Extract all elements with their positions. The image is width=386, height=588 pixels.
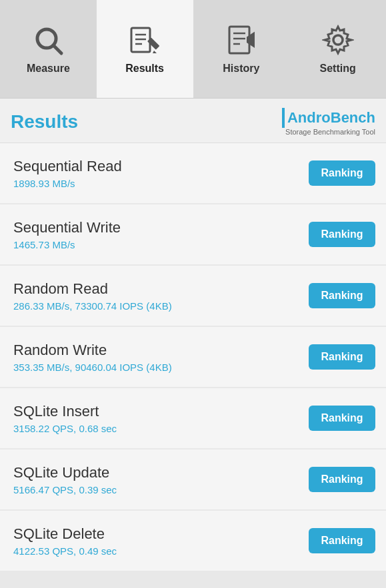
benchmark-info: SQLite Insert3158.22 QPS, 0.68 sec bbox=[13, 403, 309, 434]
ranking-button[interactable]: Ranking bbox=[309, 283, 375, 308]
ranking-button[interactable]: Ranking bbox=[309, 467, 375, 492]
benchmark-item: Random Read286.33 MB/s, 73300.74 IOPS (4… bbox=[0, 266, 386, 326]
benchmark-value: 1898.93 MB/s bbox=[13, 178, 309, 189]
benchmark-name: Random Read bbox=[13, 280, 309, 298]
svg-rect-8 bbox=[229, 27, 249, 53]
svg-marker-7 bbox=[153, 51, 157, 53]
benchmark-name: SQLite Update bbox=[13, 464, 309, 481]
benchmark-value: 4122.53 QPS, 0.49 sec bbox=[13, 545, 309, 557]
setting-icon bbox=[321, 23, 355, 57]
tab-results-label: Results bbox=[125, 63, 164, 75]
benchmark-name: Sequential Read bbox=[13, 158, 309, 175]
benchmark-info: Random Read286.33 MB/s, 73300.74 IOPS (4… bbox=[13, 280, 309, 312]
tab-measure-label: Measure bbox=[27, 63, 70, 75]
history-icon bbox=[224, 23, 259, 57]
tab-history[interactable]: History bbox=[193, 0, 290, 98]
measure-icon bbox=[31, 23, 65, 57]
ranking-button[interactable]: Ranking bbox=[309, 160, 375, 186]
benchmark-item: Random Write353.35 MB/s, 90460.04 IOPS (… bbox=[0, 327, 386, 387]
tab-setting-label: Setting bbox=[320, 63, 356, 75]
tab-setting[interactable]: Setting bbox=[289, 0, 386, 98]
brand-subtitle: Storage Benchmarking Tool bbox=[285, 128, 375, 136]
brand-logo: AndroBench Storage Benchmarking Tool bbox=[282, 108, 375, 136]
brand-bar-decoration bbox=[282, 108, 285, 128]
benchmark-info: SQLite Delete4122.53 QPS, 0.49 sec bbox=[13, 525, 309, 557]
benchmark-name: Random Write bbox=[13, 342, 309, 359]
results-icon bbox=[127, 23, 162, 57]
benchmark-info: SQLite Update5166.47 QPS, 0.39 sec bbox=[13, 464, 309, 495]
benchmark-item: SQLite Update5166.47 QPS, 0.39 secRankin… bbox=[0, 449, 386, 509]
benchmark-value: 3158.22 QPS, 0.68 sec bbox=[13, 423, 309, 434]
benchmark-name: SQLite Insert bbox=[13, 403, 309, 420]
tab-history-label: History bbox=[223, 63, 259, 75]
tab-bar: Measure Results bbox=[0, 0, 386, 99]
benchmark-item: Sequential Read1898.93 MB/sRanking bbox=[0, 143, 386, 203]
benchmark-item: SQLite Delete4122.53 QPS, 0.49 secRankin… bbox=[0, 511, 386, 571]
benchmark-info: Random Write353.35 MB/s, 90460.04 IOPS (… bbox=[13, 342, 309, 373]
brand-name: AndroBench bbox=[287, 109, 375, 127]
benchmark-value: 353.35 MB/s, 90460.04 IOPS (4KB) bbox=[13, 362, 309, 373]
benchmark-item: Sequential Write1465.73 MB/sRanking bbox=[0, 204, 386, 264]
benchmark-value: 286.33 MB/s, 73300.74 IOPS (4KB) bbox=[13, 300, 309, 312]
ranking-button[interactable]: Ranking bbox=[309, 406, 375, 431]
svg-point-14 bbox=[333, 35, 343, 45]
ranking-button[interactable]: Ranking bbox=[309, 222, 375, 247]
tab-measure[interactable]: Measure bbox=[0, 0, 97, 98]
page-title: Results bbox=[11, 111, 78, 133]
ranking-button[interactable]: Ranking bbox=[309, 344, 375, 370]
tab-results[interactable]: Results bbox=[97, 0, 193, 98]
ranking-button[interactable]: Ranking bbox=[309, 528, 375, 553]
benchmark-name: SQLite Delete bbox=[13, 525, 309, 543]
benchmark-value: 1465.73 MB/s bbox=[13, 239, 309, 250]
svg-line-1 bbox=[53, 45, 61, 53]
benchmark-item: SQLite Insert3158.22 QPS, 0.68 secRankin… bbox=[0, 388, 386, 448]
benchmark-list: Sequential Read1898.93 MB/sRankingSequen… bbox=[0, 143, 386, 571]
benchmark-value: 5166.47 QPS, 0.39 sec bbox=[13, 484, 309, 495]
results-header: Results AndroBench Storage Benchmarking … bbox=[0, 99, 386, 143]
benchmark-info: Sequential Read1898.93 MB/s bbox=[13, 158, 309, 189]
benchmark-info: Sequential Write1465.73 MB/s bbox=[13, 219, 309, 250]
benchmark-name: Sequential Write bbox=[13, 219, 309, 236]
